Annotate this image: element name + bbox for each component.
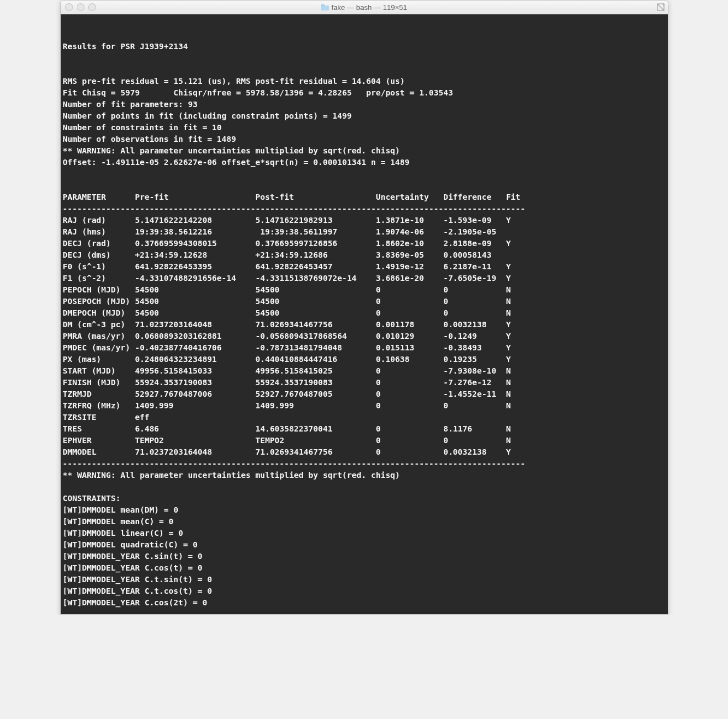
table-row: F0 (s^-1) 641.928226453395 641.928226453… bbox=[63, 262, 511, 271]
terminal-output[interactable]: Results for PSR J1939+2134 RMS pre-fit r… bbox=[61, 14, 668, 614]
titlebar[interactable]: fake — bash — 119×51 bbox=[61, 1, 668, 14]
nobs-line: Number of observations in fit = 1489 bbox=[63, 135, 236, 143]
window-controls bbox=[65, 3, 96, 11]
constraint-line: [WT]DMMODEL linear(C) = 0 bbox=[63, 529, 183, 537]
folder-icon bbox=[321, 4, 329, 10]
table-row: RAJ (hms) 19:39:38.5612216 19:39:38.5611… bbox=[63, 227, 497, 236]
table-row: TZRSITE eff bbox=[63, 413, 150, 422]
constraint-line: [WT]DMMODEL_YEAR C.t.sin(t) = 0 bbox=[63, 575, 212, 584]
table-header: PARAMETER Pre-fit Post-fit Uncertainty D… bbox=[63, 193, 520, 201]
table-row: TRES 6.486 14.6035822370041 0 8.1176 N bbox=[63, 424, 511, 433]
offset-line: Offset: -1.49111e-05 2.62627e-06 offset_… bbox=[63, 158, 410, 167]
constraint-line: [WT]DMMODEL mean(C) = 0 bbox=[63, 517, 174, 526]
constraint-line: [WT]DMMODEL mean(DM) = 0 bbox=[63, 505, 179, 514]
zoom-button[interactable] bbox=[88, 3, 96, 11]
window-title-text: fake — bash — 119×51 bbox=[332, 3, 407, 12]
table-row: PMDEC (mas/yr) -0.402387740416706 -0.787… bbox=[63, 343, 511, 352]
constraint-line: [WT]DMMODEL_YEAR C.t.cos(t) = 0 bbox=[63, 587, 212, 595]
npoints-line: Number of points in fit (including const… bbox=[63, 111, 352, 120]
constraint-line: [WT]DMMODEL_YEAR C.cos(t) = 0 bbox=[63, 563, 203, 572]
table-row: DMEPOCH (MJD) 54500 54500 0 0 N bbox=[63, 308, 511, 317]
constraint-line: [WT]DMMODEL_YEAR C.sin(t) = 0 bbox=[63, 552, 203, 561]
table-row: F1 (s^-2) -4.33107488291656e-14 -4.33115… bbox=[63, 274, 511, 283]
divider: ----------------------------------------… bbox=[63, 459, 525, 468]
table-row: PEPOCH (MJD) 54500 54500 0 0 N bbox=[63, 285, 511, 294]
warning-line: ** WARNING: All parameter uncertainties … bbox=[63, 146, 400, 155]
terminal-window: fake — bash — 119×51 Results for PSR J19… bbox=[60, 0, 668, 615]
constraint-line: [WT]DMMODEL quadratic(C) = 0 bbox=[63, 540, 198, 549]
nfitparams-line: Number of fit parameters: 93 bbox=[63, 100, 198, 109]
constraints-header: CONSTRAINTS: bbox=[63, 494, 121, 503]
rms-line: RMS pre-fit residual = 15.121 (us), RMS … bbox=[63, 77, 405, 86]
blank-line bbox=[63, 65, 68, 74]
table-row: DMMODEL 71.0237203164048 71.026934146775… bbox=[63, 448, 511, 456]
blank-line bbox=[63, 169, 68, 178]
table-row: POSEPOCH (MJD) 54500 54500 0 0 N bbox=[63, 297, 511, 306]
table-row: TZRFRQ (MHz) 1409.999 1409.999 0 0 N bbox=[63, 401, 511, 410]
table-row: RAJ (rad) 5.14716222142208 5.14716221982… bbox=[63, 216, 511, 225]
constraint-line: [WT]DMMODEL_YEAR C.cos(2t) = 0 bbox=[63, 598, 208, 607]
chisq-line: Fit Chisq = 5979 Chisqr/nfree = 5978.58/… bbox=[63, 88, 453, 97]
blank-line bbox=[63, 19, 68, 28]
titlebar-title: fake — bash — 119×51 bbox=[61, 3, 668, 12]
blank-line bbox=[63, 181, 68, 190]
table-row: FINISH (MJD) 55924.3537190083 55924.3537… bbox=[63, 378, 511, 387]
table-row: EPHVER TEMPO2 TEMPO2 0 0 N bbox=[63, 436, 511, 445]
minimize-button[interactable] bbox=[77, 3, 84, 11]
table-row: START (MJD) 49956.5158415033 49956.51584… bbox=[63, 366, 511, 375]
table-row: PMRA (mas/yr) 0.0680893203162881 -0.0568… bbox=[63, 332, 511, 340]
warning-line: ** WARNING: All parameter uncertainties … bbox=[63, 471, 400, 480]
table-row: TZRMJD 52927.7670487006 52927.7670487005… bbox=[63, 390, 511, 398]
table-row: DECJ (dms) +21:34:59.12628 +21:34:59.126… bbox=[63, 251, 492, 259]
table-row: PX (mas) 0.248064323234891 0.44041088444… bbox=[63, 355, 511, 364]
table-row: DECJ (rad) 0.376695994308015 0.376695997… bbox=[63, 239, 511, 248]
nconstraints-line: Number of constraints in fit = 10 bbox=[63, 123, 222, 132]
blank-line bbox=[63, 482, 68, 491]
blank-line bbox=[63, 30, 68, 39]
table-row: DM (cm^-3 pc) 71.0237203164048 71.026934… bbox=[63, 320, 511, 329]
results-header: Results for PSR J1939+2134 bbox=[63, 42, 188, 51]
divider: ----------------------------------------… bbox=[63, 204, 525, 213]
resize-icon bbox=[657, 3, 665, 11]
blank-line bbox=[63, 54, 68, 62]
close-button[interactable] bbox=[65, 3, 73, 11]
